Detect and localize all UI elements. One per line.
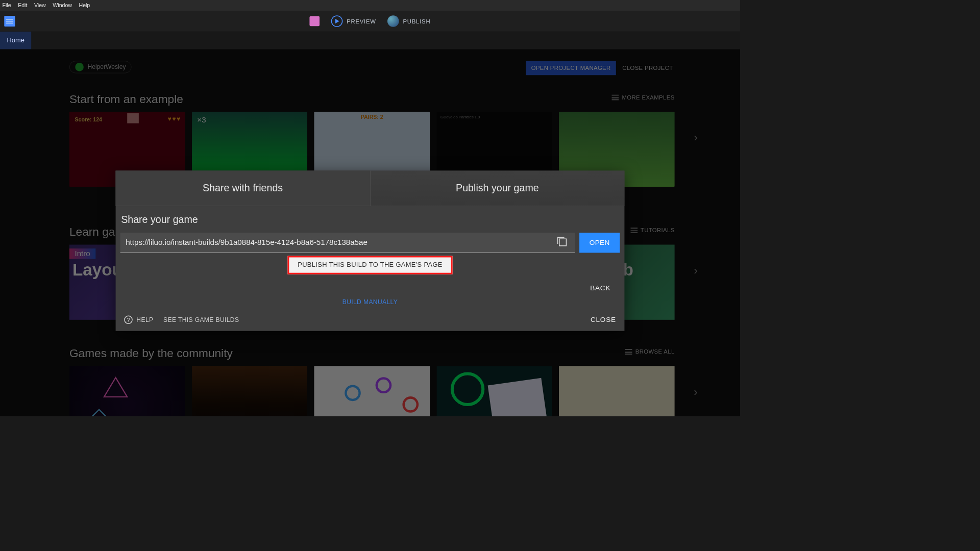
publish-label: PUBLISH — [403, 18, 431, 24]
copy-url-button[interactable] — [556, 236, 570, 249]
globe-icon — [387, 15, 399, 27]
project-panel-icon[interactable] — [4, 16, 15, 27]
close-modal-button[interactable]: CLOSE — [591, 316, 616, 324]
share-heading: Share your game — [121, 214, 620, 226]
share-modal: Share with friends Publish your game Sha… — [116, 171, 625, 331]
see-game-builds-link[interactable]: SEE THIS GAME BUILDS — [163, 316, 239, 323]
main-area: HelperWesley OPEN PROJECT MANAGER CLOSE … — [0, 49, 740, 416]
tab-share-with-friends[interactable]: Share with friends — [116, 171, 371, 206]
modal-backdrop: Share with friends Publish your game Sha… — [0, 49, 740, 416]
menu-view[interactable]: View — [34, 3, 46, 9]
help-link[interactable]: HELP — [136, 316, 153, 323]
preview-button[interactable]: PREVIEW — [331, 15, 376, 27]
menu-edit[interactable]: Edit — [18, 3, 27, 9]
publish-button[interactable]: PUBLISH — [387, 15, 430, 27]
build-manually-link[interactable]: BUILD MANUALLY — [120, 298, 620, 306]
share-url-text: https://liluo.io/instant-builds/9b1a0884… — [126, 238, 556, 246]
menu-help[interactable]: Help — [79, 3, 90, 9]
debug-icon[interactable] — [310, 16, 320, 27]
publish-build-to-game-page-button[interactable]: PUBLISH THIS BUILD TO THE GAME'S PAGE — [288, 256, 453, 274]
help-icon: ? — [124, 316, 133, 324]
preview-label: PREVIEW — [347, 18, 376, 24]
back-button[interactable]: BACK — [590, 284, 610, 292]
tab-publish-your-game[interactable]: Publish your game — [370, 171, 624, 206]
share-url-field[interactable]: https://liluo.io/instant-builds/9b1a0884… — [120, 233, 575, 253]
menu-window[interactable]: Window — [53, 3, 72, 9]
menubar: File Edit View Window Help — [0, 0, 740, 11]
copy-icon — [559, 238, 567, 246]
tab-home[interactable]: Home — [0, 32, 31, 49]
play-icon — [331, 15, 343, 27]
menu-file[interactable]: File — [3, 3, 11, 9]
open-url-button[interactable]: OPEN — [579, 233, 620, 253]
tab-row: Home — [0, 32, 740, 49]
topbar: PREVIEW PUBLISH — [0, 11, 740, 32]
